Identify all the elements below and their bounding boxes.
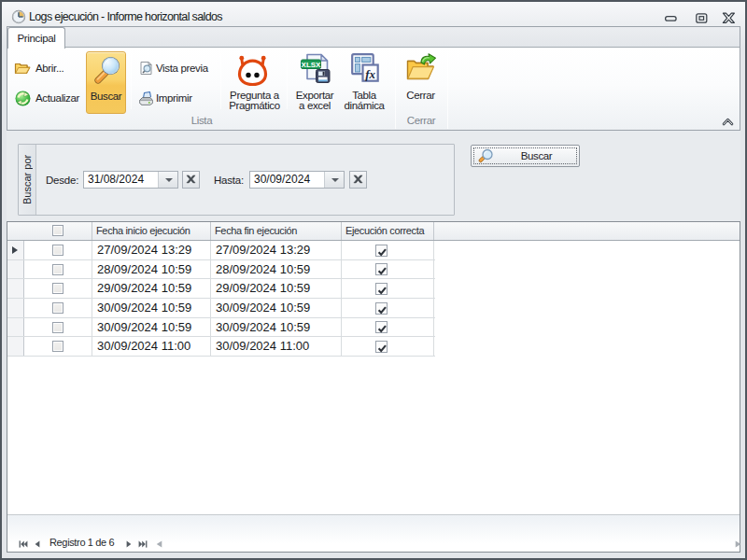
column-divider	[341, 318, 342, 338]
nav-last-icon[interactable]	[138, 540, 148, 548]
close-folder-icon	[405, 53, 437, 83]
tab-principal[interactable]: Principal	[7, 27, 65, 49]
row-ok-checkbox[interactable]	[375, 321, 388, 333]
cell-fecha-fin: 30/09/2024 11:00	[211, 337, 342, 356]
column-divider	[341, 260, 342, 280]
desde-label: Desde:	[46, 172, 78, 189]
search-panel-tab[interactable]: Buscar por	[19, 145, 36, 215]
chevron-down-icon	[331, 178, 339, 182]
desde-clear-button[interactable]	[182, 171, 200, 189]
check-icon	[376, 323, 388, 335]
search-panel: Buscar por Desde: 31/08/2024 Hasta: 30/0…	[18, 144, 455, 216]
search-button[interactable]: Buscar	[471, 145, 580, 167]
row-ok-checkbox[interactable]	[375, 283, 388, 295]
nav-first-icon[interactable]	[19, 540, 28, 548]
cell-fecha-inicio: 30/09/2024 10:59	[92, 318, 210, 337]
row-select-checkbox[interactable]	[52, 264, 63, 275]
column-header-fecha-inicio[interactable]: Fecha inicio ejecución	[92, 222, 211, 240]
nav-previous-icon[interactable]	[35, 540, 40, 548]
check-icon	[376, 246, 388, 259]
ribbon-button-exportar-a-excel[interactable]: XLSX Exportar a excel	[290, 49, 339, 113]
hasta-clear-button[interactable]	[349, 171, 367, 189]
close-button[interactable]	[722, 12, 736, 24]
row-select-checkbox[interactable]	[52, 245, 63, 256]
table-row[interactable]: 30/09/2024 11:0030/09/2024 11:00	[7, 337, 434, 357]
titlebar[interactable]: Logs ejecución - Informe horizontal sald…	[2, 2, 745, 26]
column-divider	[92, 318, 92, 338]
ribbon-button-vista-previa[interactable]: Vista previa	[156, 63, 208, 75]
scroll-left-icon[interactable]	[156, 540, 162, 548]
ribbon-button-cerrar-label: Cerrar	[397, 91, 444, 101]
hasta-date-input[interactable]: 30/09/2024	[249, 171, 345, 189]
ribbon-group-caption-lista: Lista	[108, 115, 295, 126]
row-select-checkbox[interactable]	[52, 322, 63, 333]
cell-fecha-inicio: 29/09/2024 10:59	[92, 279, 210, 298]
column-divider	[92, 337, 92, 357]
search-icon	[478, 148, 494, 164]
row-ok-checkbox[interactable]	[375, 341, 388, 353]
desde-dropdown-button[interactable]	[158, 172, 177, 188]
column-header-ejecucion-correcta[interactable]: Ejecución correcta	[342, 222, 434, 240]
row-select-checkbox[interactable]	[52, 341, 63, 352]
cell-fecha-inicio: 28/09/2024 10:59	[92, 260, 210, 279]
select-all-checkbox[interactable]	[52, 225, 63, 236]
ribbon-button-exportar-label-2: a excel	[290, 101, 339, 111]
robot-icon	[236, 52, 269, 87]
grid-header: Fecha inicio ejecución Fecha fin ejecuci…	[7, 222, 740, 241]
nav-next-icon[interactable]	[126, 540, 132, 548]
application-window: Logs ejecución - Informe horizontal sald…	[0, 0, 747, 560]
column-divider	[210, 279, 211, 299]
excel-export-icon: XLSX	[300, 52, 331, 83]
column-divider	[341, 279, 342, 299]
hasta-date-value: 30/09/2024	[254, 172, 310, 188]
row-select-checkbox[interactable]	[52, 283, 63, 294]
chevron-down-icon	[165, 178, 173, 182]
clear-x-icon	[183, 172, 199, 188]
column-divider	[341, 299, 342, 318]
scroll-right-icon[interactable]	[735, 540, 741, 548]
row-divider	[7, 356, 435, 357]
cell-fecha-inicio: 30/09/2024 11:00	[92, 337, 210, 356]
ribbon-button-imprimir[interactable]: Imprimir	[156, 92, 192, 105]
minimize-button[interactable]	[664, 12, 678, 24]
svg-text:fx: fx	[365, 67, 375, 81]
row-ok-checkbox[interactable]	[375, 263, 388, 275]
record-position-text: Registro 1 de 6	[49, 537, 114, 548]
column-divider	[433, 241, 434, 260]
ribbon-separator	[220, 53, 221, 109]
row-select-checkbox[interactable]	[52, 302, 63, 314]
cell-fecha-fin: 30/09/2024 10:59	[211, 318, 342, 337]
ribbon-button-buscar[interactable]: Buscar	[86, 51, 126, 114]
ribbon-button-actualizar[interactable]: Actualizar	[35, 92, 79, 105]
maximize-button[interactable]	[695, 12, 709, 24]
desde-date-value: 31/08/2024	[88, 172, 144, 188]
chevron-up-icon[interactable]	[722, 116, 734, 126]
cell-fecha-fin: 29/09/2024 10:59	[211, 279, 342, 298]
check-icon	[376, 304, 388, 316]
clear-x-icon	[350, 172, 366, 188]
ribbon-button-buscar-label: Buscar	[87, 91, 125, 102]
table-row[interactable]: 28/09/2024 10:5928/09/2024 10:59	[7, 260, 434, 280]
ribbon-button-tabla-label-2: dinámica	[340, 101, 388, 111]
svg-text:XLSX: XLSX	[302, 61, 322, 69]
current-row-arrow-icon	[12, 246, 18, 254]
table-row[interactable]: 30/09/2024 10:5930/09/2024 10:59	[7, 318, 434, 338]
column-divider	[92, 260, 92, 280]
table-row[interactable]: 29/09/2024 10:5929/09/2024 10:59	[7, 279, 434, 299]
column-header-select[interactable]	[24, 222, 92, 240]
hasta-label: Hasta:	[214, 172, 244, 189]
hasta-dropdown-button[interactable]	[324, 172, 344, 188]
ribbon-button-abrir[interactable]: Abrir...	[35, 63, 63, 75]
column-header-fecha-fin[interactable]: Fecha fin ejecución	[211, 222, 342, 240]
table-row[interactable]: 30/09/2024 10:5930/09/2024 10:59	[7, 299, 434, 318]
check-icon	[376, 265, 388, 277]
row-ok-checkbox[interactable]	[375, 245, 388, 257]
ribbon-button-cerrar[interactable]: Cerrar	[397, 49, 444, 113]
check-icon	[376, 343, 388, 355]
desde-date-input[interactable]: 31/08/2024	[83, 171, 178, 189]
ribbon-button-pregunta-a-pragmatico[interactable]: Pregunta a Pragmático	[224, 49, 285, 113]
table-row[interactable]: 27/09/2024 13:2927/09/2024 13:29	[7, 241, 434, 260]
ribbon-button-tabla-dinamica[interactable]: fx Tabla dinámica	[340, 49, 388, 113]
cell-fecha-fin: 28/09/2024 10:59	[211, 260, 342, 279]
row-ok-checkbox[interactable]	[375, 302, 388, 315]
